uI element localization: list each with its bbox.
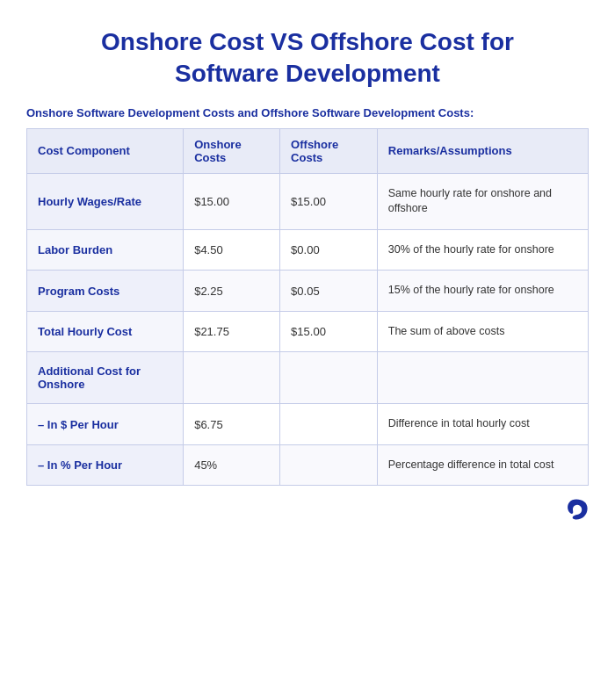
table-row: Total Hourly Cost$21.75$15.00The sum of … xyxy=(27,311,589,352)
cell-component-5: – In $ Per Hour xyxy=(27,404,184,445)
cell-onshore-6: 45% xyxy=(184,444,280,486)
col-header-offshore: Offshore Costs xyxy=(280,128,378,173)
cell-onshore-3: $21.75 xyxy=(184,311,280,352)
cell-onshore-5: $6.75 xyxy=(184,404,280,445)
cell-offshore-6 xyxy=(280,444,378,486)
col-header-component: Cost Component xyxy=(27,128,184,173)
cell-remarks-5: Difference in total hourly cost xyxy=(377,404,588,445)
table-row: Program Costs$2.25$0.0515% of the hourly… xyxy=(27,271,589,312)
page-title: Onshore Cost VS Offshore Cost for Softwa… xyxy=(101,26,514,90)
col-header-remarks: Remarks/Assumptions xyxy=(377,128,588,173)
table-row: Hourly Wages/Rate$15.00$15.00Same hourly… xyxy=(27,173,589,229)
cell-remarks-4 xyxy=(377,352,588,404)
footer-logo-area xyxy=(26,496,589,521)
cell-offshore-4 xyxy=(280,352,378,404)
brand-logo-icon xyxy=(564,496,589,521)
cell-remarks-6: Percentage difference in total cost xyxy=(377,444,588,486)
cell-remarks-2: 15% of the hourly rate for onshore xyxy=(377,271,588,312)
cell-onshore-4 xyxy=(184,352,280,404)
cell-component-2: Program Costs xyxy=(27,271,184,312)
table-row: – In $ Per Hour$6.75Difference in total … xyxy=(27,404,589,445)
cell-remarks-0: Same hourly rate for onshore and offshor… xyxy=(377,173,588,229)
cell-offshore-2: $0.05 xyxy=(280,271,378,312)
table-row: Labor Burden$4.50$0.0030% of the hourly … xyxy=(27,229,589,271)
cell-onshore-2: $2.25 xyxy=(184,271,280,312)
cell-component-3: Total Hourly Cost xyxy=(27,311,184,352)
subtitle-text: Onshore Software Development Costs and O… xyxy=(26,106,589,119)
cell-onshore-1: $4.50 xyxy=(184,229,280,271)
cell-onshore-0: $15.00 xyxy=(184,173,280,229)
cell-offshore-1: $0.00 xyxy=(280,229,378,271)
cell-remarks-1: 30% of the hourly rate for onshore xyxy=(377,229,588,271)
table-row: Additional Cost for Onshore xyxy=(27,352,589,404)
table-row: – In % Per Hour45%Percentage difference … xyxy=(27,444,589,486)
cell-component-6: – In % Per Hour xyxy=(27,444,184,486)
cell-offshore-3: $15.00 xyxy=(280,311,378,352)
cell-offshore-5 xyxy=(280,404,378,445)
cell-component-4: Additional Cost for Onshore xyxy=(27,352,184,404)
cell-component-1: Labor Burden xyxy=(27,229,184,271)
cell-component-0: Hourly Wages/Rate xyxy=(27,173,184,229)
cell-remarks-3: The sum of above costs xyxy=(377,311,588,352)
cell-offshore-0: $15.00 xyxy=(280,173,378,229)
col-header-onshore: Onshore Costs xyxy=(184,128,280,173)
cost-comparison-table: Cost Component Onshore Costs Offshore Co… xyxy=(26,128,589,487)
